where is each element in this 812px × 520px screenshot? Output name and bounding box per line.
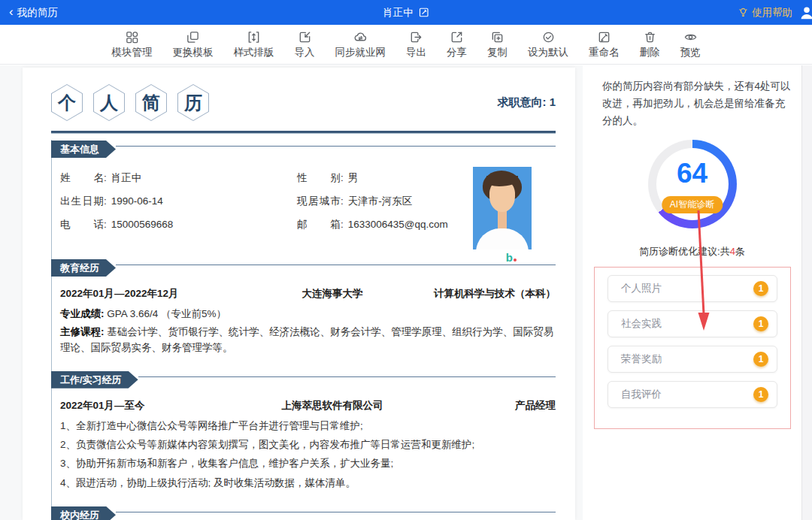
logo-hexagon: 简 <box>135 84 167 121</box>
edit-title-icon[interactable] <box>418 7 429 18</box>
score-ring: 64 AI智能诊断 <box>648 140 737 228</box>
edu-courses-line: 主修课程: 基础会计学、货币银行学、统计学、经济法概论、财务会计学、管理学原理、… <box>51 322 556 355</box>
toolbar-change-template[interactable]: 更换模板 <box>173 30 214 59</box>
work-bullet: 4、跟进活动，协助上级执行活动; 及时收集活动数据，媒体清单。 <box>51 472 556 491</box>
back-label: 我的简历 <box>17 6 58 20</box>
copy-icon <box>490 30 504 44</box>
field-gender: 性别:男 <box>297 171 492 185</box>
resume-header: 个 人 简 历 求职意向: 1 <box>51 68 556 121</box>
resume-editor-app: ‹ 我的简历 肖正中 使用帮助 <box>0 0 812 520</box>
user-avatar-icon[interactable] <box>798 5 812 21</box>
toolbar-set-default[interactable]: 设为默认 <box>528 30 568 59</box>
diagnosis-panel: 你的简历内容尚有部分缺失，还有4处可以改进，再加把劲儿，机会总是留给准备充分的人… <box>583 65 801 520</box>
toolbar-label: 导入 <box>295 46 315 59</box>
toolbar-export[interactable]: 导出 <box>406 30 426 59</box>
toolbar-label: 设为默认 <box>528 46 568 59</box>
suggestion-item-self-evaluation[interactable]: 自我评价 1 <box>607 381 777 408</box>
toolbar-label: 预览 <box>680 46 701 59</box>
doc-title-group: 肖正中 <box>383 6 429 20</box>
work-role: 产品经理 <box>413 399 556 413</box>
suggestion-item-honors[interactable]: 荣誉奖励 1 <box>607 346 777 373</box>
toolbar-copy[interactable]: 复制 <box>487 30 508 59</box>
doc-title: 肖正中 <box>383 6 414 20</box>
lightbulb-icon <box>738 7 749 18</box>
ai-diagnosis-badge[interactable]: AI智能诊断 <box>662 196 723 213</box>
back-nav[interactable]: ‹ 我的简历 <box>9 6 58 20</box>
resume-preview: 个 人 简 历 求职意向: 1 基本信息 姓名:肖正中 性别:男 <box>23 68 575 520</box>
field-email: 邮箱:1633006435@qq.com <box>297 218 492 231</box>
suggestion-item-social-practice[interactable]: 社会实践 1 <box>607 310 777 337</box>
toolbar-rename[interactable]: 重命名 <box>589 30 620 59</box>
help-label: 使用帮助 <box>752 6 792 20</box>
share-icon <box>450 30 464 44</box>
module-manage-icon <box>125 30 139 44</box>
suggestion-item-photo[interactable]: 个人照片 1 <box>607 275 777 302</box>
section-education-header[interactable]: 教育经历 <box>51 259 556 277</box>
toolbar: 模块管理 更换模板 样式排版 导入 同步就业网 <box>0 25 812 65</box>
toolbar-label: 删除 <box>640 46 660 59</box>
section-rule <box>138 376 556 377</box>
section-basic-info-header[interactable]: 基本信息 <box>51 141 556 158</box>
style-layout-icon <box>247 30 261 44</box>
field-city: 现居城市:天津市-河东区 <box>297 195 492 208</box>
edu-period: 2022年01月—2022年12月 <box>60 287 252 301</box>
toolbar-sync-employment[interactable]: 同步就业网 <box>335 30 386 59</box>
section-campus-header[interactable]: 校内经历 <box>51 506 556 520</box>
chevron-left-icon: ‹ <box>9 5 14 18</box>
toolbar-delete[interactable]: 删除 <box>640 30 660 59</box>
main-area: 个 人 简 历 求职意向: 1 基本信息 姓名:肖正中 性别:男 <box>0 65 812 520</box>
toolbar-label: 同步就业网 <box>335 46 386 59</box>
section-rule <box>116 146 556 147</box>
work-body[interactable]: 2022年01月—至今 上海萃思软件有限公司 产品经理 1、全新打造中心微信公众… <box>51 388 556 500</box>
section-work-header[interactable]: 工作/实习经历 <box>51 371 556 388</box>
sync-employment-icon <box>353 30 368 44</box>
score-donut-wrap: 64 AI智能诊断 <box>583 140 801 228</box>
basic-info-body[interactable]: 姓名:肖正中 性别:男 出生日期:1990-06-14 现居城市:天津市-河东区… <box>51 158 556 252</box>
count-badge: 1 <box>753 316 768 331</box>
suggestion-list: 个人照片 1 社会实践 1 荣誉奖励 1 自我评价 1 <box>594 267 791 429</box>
toolbar-label: 分享 <box>447 46 467 59</box>
work-bullet: 3、协助开拓新市场和新客户，收集客户信息，维护客户关系，扩大业务量; <box>51 452 556 471</box>
work-period: 2022年01月—至今 <box>60 399 252 413</box>
suggestion-label: 自我评价 <box>621 388 662 401</box>
suggestion-label: 社会实践 <box>621 317 662 331</box>
import-icon <box>298 30 312 44</box>
job-intent-label: 求职意向: <box>497 95 546 108</box>
set-default-icon <box>541 30 556 44</box>
toolbar-preview[interactable]: 预览 <box>680 30 701 59</box>
edu-major: 计算机科学与技术（本科） <box>413 287 556 301</box>
section-banner: 基本信息 <box>51 141 116 158</box>
toolbar-module-manage[interactable]: 模块管理 <box>112 30 153 59</box>
topbar: ‹ 我的简历 肖正中 使用帮助 <box>0 0 812 25</box>
section-rule <box>116 512 556 512</box>
suggestion-label: 个人照片 <box>621 282 662 295</box>
logo-hexagon: 历 <box>177 84 209 121</box>
education-body[interactable]: 2022年01月—2022年12月 大连海事大学 计算机科学与技术（本科） 专业… <box>51 277 556 364</box>
toolbar-import[interactable]: 导入 <box>295 30 315 59</box>
profile-photo[interactable] <box>473 167 532 249</box>
work-bullet: 1、全新打造中心微信公众号等网络推广平台并进行管理与日常维护; <box>51 413 556 434</box>
count-badge: 1 <box>753 281 768 296</box>
suggestion-label: 荣誉奖励 <box>621 352 662 366</box>
toolbar-label: 更换模板 <box>173 46 214 59</box>
toolbar-share[interactable]: 分享 <box>447 30 467 59</box>
header-divider <box>51 131 556 134</box>
toolbar-style-layout[interactable]: 样式排版 <box>234 30 274 59</box>
job-intent[interactable]: 求职意向: 1 <box>497 95 556 110</box>
count-badge: 1 <box>753 352 768 367</box>
logo-hexagon: 人 <box>93 84 125 121</box>
logo-hexagon: 个 <box>51 84 83 121</box>
toolbar-label: 重命名 <box>589 46 620 59</box>
suggestion-summary: 简历诊断优化建议:共4条 <box>583 245 801 258</box>
toolbar-label: 导出 <box>406 46 426 59</box>
work-company: 上海萃思软件有限公司 <box>252 399 413 413</box>
help-link[interactable]: 使用帮助 <box>738 6 792 20</box>
section-banner: 校内经历 <box>51 506 116 520</box>
rename-icon <box>597 30 611 44</box>
toolbar-label: 模块管理 <box>112 46 153 59</box>
section-banner: 工作/实习经历 <box>51 371 138 388</box>
change-template-icon <box>186 30 200 44</box>
job-intent-count: 1 <box>550 95 556 108</box>
diagnosis-intro-text: 你的简历内容尚有部分缺失，还有4处可以改进，再加把劲儿，机会总是留给准备充分的人… <box>602 77 792 130</box>
scrollbar-track[interactable] <box>801 65 812 520</box>
